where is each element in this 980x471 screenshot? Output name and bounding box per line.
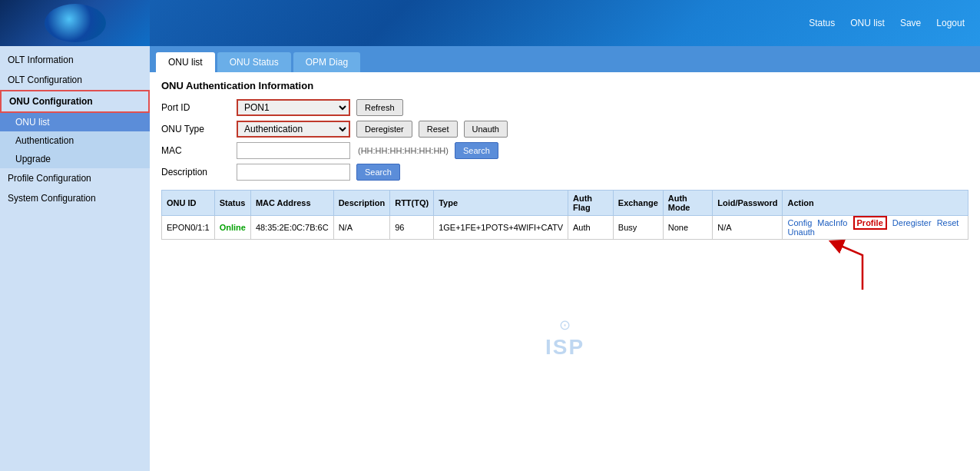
cell-status: Online — [214, 216, 250, 240]
sidebar-group-onu-config: ONU Configuration — [0, 90, 150, 113]
nav-save[interactable]: Save — [900, 18, 921, 28]
main-content: ONU list ONU Status OPM Diag ONU Authent… — [150, 46, 980, 471]
mac-search-button[interactable]: Search — [455, 142, 498, 159]
cell-desc: N/A — [333, 216, 390, 240]
wifi-icon: ⊙ — [545, 317, 584, 333]
tab-opm-diag[interactable]: OPM Diag — [293, 52, 360, 72]
onu-type-select[interactable]: Authentication All Online Offline — [237, 121, 350, 138]
col-onu-id: ONU ID — [162, 191, 215, 216]
page-title: ONU Authentication Information — [161, 80, 968, 91]
cell-exchange: Busy — [613, 216, 663, 240]
sidebar-item-olt-info[interactable]: OLT Information — [0, 50, 150, 70]
col-status: Status — [214, 191, 250, 216]
desc-search-button[interactable]: Search — [356, 164, 400, 181]
tab-onu-status[interactable]: ONU Status — [217, 52, 291, 72]
arrow-annotation — [161, 240, 968, 294]
sidebar-item-upgrade[interactable]: Upgrade — [0, 150, 150, 168]
col-rtt: RTT(TQ) — [390, 191, 434, 216]
logo-area — [0, 0, 150, 46]
desc-label: Description — [161, 167, 230, 177]
port-id-row: Port ID PON1 PON2 PON3 PON4 Refresh — [161, 99, 968, 116]
unauth-button[interactable]: Unauth — [464, 121, 508, 138]
mac-row: MAC (HH:HH:HH:HH:HH:HH) Search — [161, 142, 968, 159]
col-desc: Description — [333, 191, 390, 216]
col-action: Action — [783, 191, 968, 216]
col-type: Type — [434, 191, 568, 216]
isp-watermark: ⊙ ISP — [161, 317, 968, 360]
sidebar-item-system-config[interactable]: System Configuration — [0, 188, 150, 208]
action-profile[interactable]: Profile — [853, 216, 887, 230]
onu-type-row: ONU Type Authentication All Online Offli… — [161, 121, 968, 138]
nav-onu-list[interactable]: ONU list — [850, 18, 885, 28]
action-unauth[interactable]: Unauth — [787, 227, 814, 237]
col-auth-flag: Auth Flag — [568, 191, 613, 216]
main-layout: OLT Information OLT Configuration ONU Co… — [0, 46, 980, 471]
port-id-label: Port ID — [161, 102, 230, 113]
tab-bar: ONU list ONU Status OPM Diag — [150, 46, 980, 72]
mac-label: MAC — [161, 145, 230, 156]
deregister-button[interactable]: Deregister — [356, 121, 412, 138]
col-exchange: Exchange — [613, 191, 663, 216]
onu-type-label: ONU Type — [161, 124, 230, 134]
top-nav: Status ONU list Save Logout — [809, 18, 965, 28]
cell-loid: N/A — [713, 216, 783, 240]
nav-status[interactable]: Status — [809, 18, 835, 28]
action-config[interactable]: Config — [787, 218, 812, 227]
desc-input[interactable] — [237, 164, 350, 181]
cell-auth-mode: None — [663, 216, 712, 240]
cell-onu-id: EPON0/1:1 — [162, 216, 215, 240]
isp-label: ISP — [545, 335, 584, 359]
onu-table: ONU ID Status MAC Address Description RT… — [161, 190, 968, 240]
sidebar-item-profile-config[interactable]: Profile Configuration — [0, 168, 150, 188]
col-auth-mode: Auth Mode — [663, 191, 712, 216]
table-row: EPON0/1:1 Online 48:35:2E:0C:7B:6C N/A 9… — [162, 216, 968, 240]
nav-logout[interactable]: Logout — [936, 18, 965, 28]
sidebar-item-onu-list[interactable]: ONU list — [0, 113, 150, 131]
col-loid: Loid/Password — [713, 191, 783, 216]
cell-mac: 48:35:2E:0C:7B:6C — [250, 216, 333, 240]
top-header: Status ONU list Save Logout — [0, 0, 980, 46]
refresh-button[interactable]: Refresh — [356, 99, 403, 116]
tab-onu-list[interactable]: ONU list — [156, 52, 215, 72]
arrow-svg — [778, 240, 878, 294]
reset-button[interactable]: Reset — [419, 121, 458, 138]
action-reset[interactable]: Reset — [937, 218, 959, 227]
mac-input[interactable] — [237, 142, 350, 159]
cell-rtt: 96 — [390, 216, 434, 240]
cell-auth-flag: Auth — [568, 216, 613, 240]
logo-globe — [45, 4, 106, 42]
page-content: ONU Authentication Information Port ID P… — [150, 72, 980, 367]
action-deregister[interactable]: Deregister — [892, 218, 932, 227]
port-id-select[interactable]: PON1 PON2 PON3 PON4 — [237, 99, 350, 116]
action-macinfo[interactable]: MacInfo — [817, 218, 847, 227]
cell-type: 1GE+1FE+1POTS+4WIFI+CATV — [434, 216, 568, 240]
desc-row: Description Search — [161, 164, 968, 181]
sidebar-item-olt-config[interactable]: OLT Configuration — [0, 70, 150, 90]
cell-action: Config MacInfo Profile Deregister Reset … — [783, 216, 968, 240]
col-mac: MAC Address — [250, 191, 333, 216]
sidebar-item-authentication[interactable]: Authentication — [0, 131, 150, 150]
sidebar: OLT Information OLT Configuration ONU Co… — [0, 46, 150, 471]
mac-hint: (HH:HH:HH:HH:HH:HH) — [358, 146, 449, 155]
